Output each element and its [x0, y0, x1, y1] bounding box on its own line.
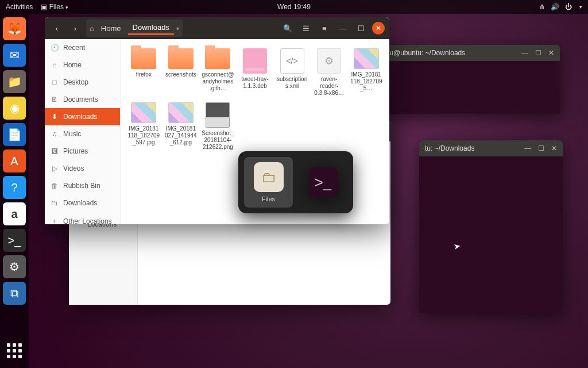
sidebar-item-label: Downloads [63, 199, 97, 207]
rhythmbox-icon[interactable]: ◉ [3, 97, 26, 120]
top-bar: Activities ▣ Files▾ Wed 19:49 ⋔ 🔊 ⏻ ▾ [0, 0, 588, 14]
files-icon[interactable]: 📁 [3, 70, 26, 93]
file-item[interactable]: screenshots [164, 47, 199, 98]
sidebar-icon: 🗑 [51, 182, 59, 190]
sidebar-item-label: Recent [63, 44, 85, 52]
activities-button[interactable]: Activities [6, 3, 33, 11]
sidebar-item-label: Downloads [63, 113, 97, 121]
file-label: gsconnect@andyholmes.gith… [202, 71, 234, 92]
close-icon[interactable]: ✕ [548, 49, 554, 57]
app-menu[interactable]: ▣ Files▾ [41, 3, 68, 11]
file-item[interactable]: firefox [126, 47, 161, 98]
crumb-home[interactable]: Home [96, 22, 126, 34]
close-button[interactable]: ✕ [372, 22, 385, 34]
software-icon[interactable]: A [3, 150, 26, 172]
file-item[interactable]: IMG_20181118_182709_5… [349, 47, 384, 98]
clock[interactable]: Wed 19:49 [277, 3, 311, 11]
xml-icon: </> [280, 48, 304, 74]
img-icon [168, 102, 194, 123]
sidebar-item-home[interactable]: ⌂Home [45, 56, 120, 74]
minimize-icon[interactable]: — [521, 49, 528, 57]
firefox-icon[interactable]: 🦊 [3, 17, 26, 40]
show-applications-button[interactable] [3, 339, 26, 362]
file-item[interactable]: ⚙raven-reader-0.3.8-x86… [312, 47, 347, 98]
sidebar-item-other-locations[interactable]: ＋Other Locations [45, 212, 120, 224]
sidebar-item-downloads[interactable]: ⬇Downloads [45, 108, 120, 125]
search-button[interactable]: 🔍 [280, 21, 295, 36]
file-label: raven-reader-0.3.8-x86… [313, 76, 346, 97]
sidebar-item-recent[interactable]: 🕘Recent [45, 39, 120, 56]
home-icon: ⌂ [90, 24, 94, 33]
sidebar-item-label: Home [63, 61, 82, 69]
sidebar-item-documents[interactable]: 🗎Documents [45, 91, 120, 108]
minimize-icon[interactable]: — [524, 144, 531, 152]
view-list-button[interactable]: ☰ [299, 21, 314, 36]
system-menu-chevron-icon[interactable]: ▾ [579, 4, 582, 10]
chevron-down-icon[interactable]: ▾ [176, 25, 179, 32]
sidebar-icon: ♫ [51, 130, 59, 138]
files-icon: 🗀 [254, 162, 284, 192]
screenshot-icon[interactable]: ⧉ [3, 282, 26, 305]
libreoffice-writer-icon[interactable]: 📄 [3, 123, 26, 146]
terminal-window-2[interactable]: tu: ~/Downloads — ☐ ✕ [419, 140, 563, 313]
file-item[interactable]: IMG_20181027_141944_612.jpg [164, 101, 199, 152]
thunderbird-icon[interactable]: ✉ [3, 44, 26, 67]
hamburger-menu-button[interactable]: ≡ [317, 21, 332, 36]
sidebar-icon: ⌂ [51, 61, 59, 69]
sidebar-item-label: Music [63, 130, 81, 138]
file-label: Screenshot_20181104-212622.png [202, 130, 234, 151]
amazon-icon[interactable]: a [3, 202, 26, 225]
switcher-item-files[interactable]: 🗀Files [244, 157, 293, 208]
back-button[interactable]: ‹ [49, 21, 64, 36]
file-label: IMG_20181118_182709_597.jpg [127, 125, 160, 146]
file-label: IMG_20181118_182709_5… [350, 71, 382, 92]
sidebar-icon: □ [51, 78, 59, 86]
minimize-button[interactable]: — [335, 21, 350, 36]
sidebar-item-pictures[interactable]: 🖼Pictures [45, 143, 120, 160]
img-icon [131, 102, 156, 123]
sidebar-item-label: Other Locations [63, 217, 112, 225]
file-item[interactable]: gsconnect@andyholmes.gith… [200, 47, 235, 98]
sidebar-item-label: Pictures [63, 147, 88, 155]
sidebar-icon: ⬇ [51, 113, 59, 121]
terminal-icon[interactable]: >_ [3, 229, 26, 252]
header-bar: ‹ › ⌂ Home Downloads ▾ 🔍 ☰ ≡ — ☐ ✕ [45, 17, 389, 39]
dock: 🦊✉📁◉📄A?a>_⚙⧉ [0, 14, 29, 368]
sidebar-item-rubbish-bin[interactable]: 🗑Rubbish Bin [45, 177, 120, 194]
folder-icon [168, 48, 194, 69]
sidebar-icon: 🖼 [51, 147, 59, 155]
sidebar-item-label: Videos [63, 164, 84, 172]
maximize-icon[interactable]: ☐ [538, 144, 544, 152]
help-icon[interactable]: ? [3, 176, 26, 199]
file-item[interactable]: Screenshot_20181104-212622.png [200, 101, 235, 152]
terminal-title: tu: ~/Downloads [425, 144, 474, 152]
sidebar-item-music[interactable]: ♫Music [45, 125, 120, 143]
maximize-button[interactable]: ☐ [354, 21, 369, 36]
terminal-window-1[interactable]: tu@ubuntu: ~/Downloads — ☐ ✕ [382, 45, 560, 114]
file-item[interactable]: IMG_20181118_182709_597.jpg [126, 101, 161, 152]
file-item[interactable]: </>subscriptions.xml [274, 47, 310, 98]
switcher-item-terminal[interactable]: >_Terminal [299, 157, 347, 208]
file-label: firefox [136, 71, 152, 78]
power-icon[interactable]: ⏻ [565, 3, 572, 11]
forward-button[interactable]: › [68, 21, 83, 36]
crumb-current[interactable]: Downloads [128, 21, 174, 35]
sidebar-icon: ▷ [51, 164, 59, 172]
volume-icon[interactable]: 🔊 [551, 3, 559, 11]
file-item[interactable]: tweet-tray-1.1.3.deb [238, 47, 273, 98]
sidebar-item-label: Documents [63, 95, 98, 103]
sidebar-item-desktop[interactable]: □Desktop [45, 74, 120, 91]
file-label: IMG_20181027_141944_612.jpg [165, 125, 198, 146]
sidebar-icon: 🗀 [51, 199, 59, 207]
sidebar-icon: 🗎 [51, 95, 59, 103]
network-icon[interactable]: ⋔ [539, 3, 545, 11]
sidebar-item-videos[interactable]: ▷Videos [45, 160, 120, 177]
close-icon[interactable]: ✕ [551, 144, 557, 152]
cursor-icon: ➤ [453, 241, 462, 251]
sidebar-item-downloads[interactable]: 🗀Downloads [45, 194, 120, 212]
settings-icon[interactable]: ⚙ [3, 255, 26, 278]
switcher-label: Files [262, 195, 275, 202]
maximize-icon[interactable]: ☐ [535, 49, 541, 57]
sidebar-item-label: Desktop [63, 78, 88, 86]
file-label: subscriptions.xml [276, 76, 308, 90]
